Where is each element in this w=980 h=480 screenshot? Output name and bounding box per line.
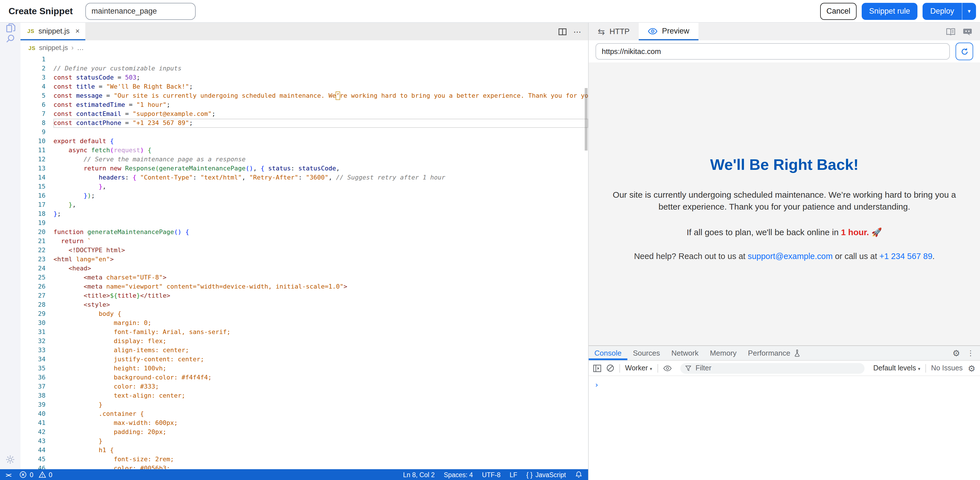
encoding[interactable]: UTF-8	[482, 471, 501, 478]
line-number[interactable]: 4	[21, 82, 46, 92]
settings-gear-icon[interactable]	[5, 455, 15, 465]
remote-indicator-icon[interactable]: ><	[6, 471, 11, 478]
line-number[interactable]: 20	[21, 228, 46, 237]
indentation[interactable]: Spaces: 4	[444, 471, 473, 478]
contact-link[interactable]: support@example.com	[748, 252, 833, 261]
cancel-button[interactable]: Cancel	[820, 3, 857, 20]
contact-link[interactable]: +1 234 567 89	[879, 252, 932, 261]
more-actions-icon[interactable]: ⋯	[573, 27, 581, 36]
docs-book-icon[interactable]	[946, 27, 956, 35]
tab-http[interactable]: ⇆ HTTP	[589, 23, 639, 40]
line-number[interactable]: 25	[21, 273, 46, 282]
tab-snippet-js[interactable]: JS snippet.js ×	[21, 23, 85, 40]
filter-input[interactable]	[694, 364, 860, 373]
line-number[interactable]: 22	[21, 246, 46, 255]
log-levels-select[interactable]: Default levels ▾	[873, 364, 920, 372]
console-output[interactable]: ›	[589, 376, 980, 390]
code-editor[interactable]: 12// Define your customizable inputs3con…	[21, 55, 588, 469]
split-editor-icon[interactable]	[558, 28, 566, 35]
eol-sequence[interactable]: LF	[510, 471, 517, 478]
clear-console-icon[interactable]	[606, 364, 614, 372]
code-line: 32 display: flex;	[21, 337, 588, 346]
search-icon[interactable]	[5, 33, 16, 44]
line-number[interactable]: 41	[21, 419, 46, 428]
line-number[interactable]: 26	[21, 282, 46, 291]
line-number[interactable]: 46	[21, 464, 46, 469]
devtools-tab-performance[interactable]: Performance	[742, 346, 806, 360]
line-number[interactable]: 34	[21, 355, 46, 364]
files-icon[interactable]	[5, 23, 16, 33]
line-number[interactable]: 24	[21, 264, 46, 273]
line-number[interactable]: 33	[21, 346, 46, 355]
line-number[interactable]: 30	[21, 319, 46, 328]
url-input[interactable]	[595, 43, 950, 60]
console-settings-icon[interactable]: ⚙	[968, 364, 975, 372]
line-number[interactable]: 39	[21, 401, 46, 410]
snippet-name-input[interactable]	[85, 3, 196, 20]
line-number[interactable]: 10	[21, 137, 46, 146]
deploy-caret-icon[interactable]: ▾	[963, 8, 976, 14]
breadcrumb-file[interactable]: snippet.js	[39, 44, 68, 52]
devtools-tab-network[interactable]: Network	[666, 346, 704, 360]
line-number[interactable]: 35	[21, 364, 46, 373]
issues-counter[interactable]: No Issues	[931, 364, 963, 372]
line-number[interactable]: 23	[21, 255, 46, 264]
line-number[interactable]: 32	[21, 337, 46, 346]
line-number[interactable]: 43	[21, 437, 46, 446]
breadcrumb[interactable]: JS snippet.js › …	[21, 40, 588, 55]
line-number[interactable]: 3	[21, 73, 46, 82]
line-number[interactable]: 44	[21, 446, 46, 455]
console-sidebar-icon[interactable]	[593, 364, 601, 372]
maintenance-contact: Need help? Reach out to us at support@ex…	[611, 250, 958, 263]
execution-context-select[interactable]: Worker ▾	[625, 364, 652, 372]
line-number[interactable]: 28	[21, 301, 46, 310]
line-number[interactable]: 21	[21, 237, 46, 246]
problems-indicator[interactable]: 0 0	[20, 471, 52, 478]
line-number[interactable]: 14	[21, 173, 46, 182]
tab-preview[interactable]: Preview	[639, 23, 698, 40]
devtools-tab-memory[interactable]: Memory	[704, 346, 742, 360]
deploy-button[interactable]: Deploy ▾	[923, 3, 976, 20]
line-number[interactable]: 27	[21, 291, 46, 301]
line-number[interactable]: 5	[21, 92, 46, 101]
line-number[interactable]: 7	[21, 109, 46, 119]
snippet-rule-button[interactable]: Snippet rule	[862, 3, 918, 20]
line-number[interactable]: 12	[21, 155, 46, 164]
discord-icon[interactable]	[963, 27, 972, 35]
console-filter[interactable]	[680, 363, 865, 374]
line-number[interactable]: 17	[21, 201, 46, 210]
line-number[interactable]: 18	[21, 210, 46, 219]
close-tab-icon[interactable]: ×	[75, 27, 80, 35]
editor-scrollbar[interactable]	[585, 88, 587, 150]
language-mode[interactable]: { } JavaScript	[527, 471, 566, 478]
line-number[interactable]: 40	[21, 410, 46, 419]
line-number[interactable]: 16	[21, 192, 46, 201]
line-number[interactable]: 11	[21, 146, 46, 155]
devtools-settings-icon[interactable]: ⚙	[952, 349, 960, 357]
devtools-tab-console[interactable]: Console	[589, 346, 627, 360]
line-number[interactable]: 13	[21, 164, 46, 173]
error-icon	[20, 471, 27, 478]
devtools-menu-icon[interactable]: ⋮	[967, 349, 974, 357]
line-number[interactable]: 42	[21, 428, 46, 437]
line-number[interactable]: 45	[21, 455, 46, 464]
line-number[interactable]: 38	[21, 391, 46, 401]
line-number[interactable]: 29	[21, 310, 46, 319]
reload-button[interactable]	[956, 43, 973, 60]
line-number[interactable]: 36	[21, 373, 46, 382]
line-number[interactable]: 15	[21, 182, 46, 192]
breadcrumb-more[interactable]: …	[77, 44, 84, 52]
line-number[interactable]: 31	[21, 328, 46, 337]
notifications-bell-icon[interactable]	[575, 471, 582, 478]
line-number[interactable]: 9	[21, 128, 46, 137]
line-number[interactable]: 8	[21, 119, 46, 128]
line-number[interactable]: 1	[21, 55, 46, 64]
line-number[interactable]: 37	[21, 382, 46, 391]
line-number[interactable]: 19	[21, 219, 46, 228]
live-expression-eye-icon[interactable]	[663, 365, 671, 371]
line-number[interactable]: 2	[21, 64, 46, 73]
cursor-position[interactable]: Ln 8, Col 2	[403, 471, 434, 478]
devtools-tab-sources[interactable]: Sources	[627, 346, 665, 360]
console-prompt-icon[interactable]: ›	[594, 380, 599, 389]
line-number[interactable]: 6	[21, 101, 46, 109]
